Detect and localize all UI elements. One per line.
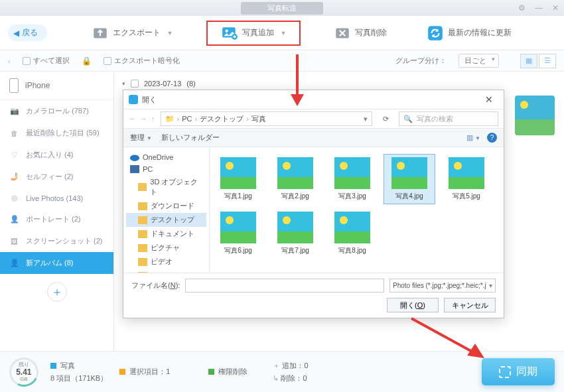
refresh-icon bbox=[427, 25, 444, 42]
dialog-close-button[interactable]: ✕ bbox=[480, 94, 498, 105]
path-breadcrumb[interactable]: 📁 › PC› デスクトップ› 写真 ▾ bbox=[161, 111, 373, 126]
collapse-icon[interactable]: ▾ bbox=[122, 80, 125, 87]
file-grid: 写真1.jpg写真2.jpg写真3.jpg写真4.jpg写真5.jpg写真6.j… bbox=[210, 147, 504, 273]
del-count: 削除：0 bbox=[281, 374, 307, 382]
search-icon: 🔍 bbox=[403, 115, 413, 123]
open-button[interactable]: 開く(O) bbox=[387, 298, 439, 312]
selection-count: 選択項目：1 bbox=[129, 367, 170, 377]
select-all-checkbox[interactable]: すべて選択 bbox=[23, 56, 70, 66]
nav-label: お気に入り (4) bbox=[26, 150, 74, 160]
svg-marker-7 bbox=[291, 94, 304, 106]
file-item[interactable]: 写真3.jpg bbox=[326, 154, 378, 204]
tree-item[interactable]: デスクトップ bbox=[126, 213, 206, 227]
sidebar-item[interactable]: ♡お気に入り (4) bbox=[0, 144, 113, 166]
add-album-button[interactable]: ＋ bbox=[47, 282, 67, 302]
tree-label: ダウンロード bbox=[151, 201, 194, 211]
delete-photo-button[interactable]: 写真削除 bbox=[327, 21, 393, 46]
nav-icon: 🖼 bbox=[9, 237, 19, 245]
group-select[interactable]: 日ごと bbox=[458, 54, 499, 68]
file-item[interactable]: 写真1.jpg bbox=[212, 154, 264, 204]
file-item[interactable]: 写真8.jpg bbox=[326, 208, 378, 259]
window-title: 写真転送 bbox=[241, 2, 323, 15]
svg-line-8 bbox=[411, 318, 474, 353]
file-type-filter[interactable]: Photo files (*.jpg;*.jpeg;*.heic;*.j bbox=[389, 279, 496, 293]
group-value: 日ごと bbox=[464, 56, 486, 64]
sync-button[interactable]: 同期 bbox=[482, 358, 555, 385]
sidebar-item[interactable]: 🗑最近削除した項目 (59) bbox=[0, 122, 113, 144]
export-button[interactable]: エクスポート ▼ bbox=[85, 21, 180, 46]
device-name: iPhone bbox=[25, 81, 50, 90]
close-icon[interactable]: ✕ bbox=[552, 3, 559, 13]
help-icon[interactable]: ? bbox=[487, 133, 497, 143]
chevron-left-icon: ◀ bbox=[13, 29, 19, 38]
fld-icon bbox=[138, 202, 147, 210]
file-item[interactable]: 写真5.jpg bbox=[441, 154, 492, 204]
filename-label: ファイル名(N): bbox=[131, 281, 180, 291]
tree-item[interactable]: ビデオ bbox=[126, 255, 206, 269]
nav-up-icon[interactable]: ↑ bbox=[151, 115, 155, 123]
dialog-search-input[interactable]: 🔍 写真の検索 bbox=[399, 111, 498, 126]
tree-item[interactable]: ダウンロード bbox=[126, 199, 206, 213]
nav-icon: 📷 bbox=[9, 107, 19, 115]
refresh-label: 最新の情報に更新 bbox=[448, 27, 512, 38]
main-toolbar: ◀ 戻る エクスポート ▼ 写真追加 ▼ 写真削除 最新の情報に更新 bbox=[0, 16, 564, 50]
cancel-button[interactable]: キャンセル bbox=[444, 298, 496, 312]
file-item[interactable]: 写真6.jpg bbox=[212, 208, 264, 259]
encrypt-checkbox[interactable]: エクスポート暗号化 bbox=[104, 56, 180, 66]
folder-icon: 📁 bbox=[165, 115, 175, 123]
photo-thumbnail[interactable] bbox=[515, 96, 555, 135]
tree-item[interactable]: ドキュメント bbox=[126, 227, 206, 241]
file-open-dialog: 開く ✕ ← → ↑ 📁 › PC› デスクトップ› 写真 ▾ ⟳ 🔍 写真の検… bbox=[123, 90, 504, 318]
nav-icon: 👤 bbox=[9, 215, 19, 224]
nav-back-icon[interactable]: ← bbox=[129, 115, 136, 123]
sidebar-item[interactable]: 🤳セルフィー (2) bbox=[0, 166, 113, 188]
path-refresh-icon[interactable]: ⟳ bbox=[378, 115, 393, 123]
grid-view-button[interactable]: ▦ bbox=[520, 54, 537, 68]
device-row[interactable]: iPhone bbox=[0, 72, 113, 100]
refresh-button[interactable]: 最新の情報に更新 bbox=[420, 21, 518, 46]
sidebar-item[interactable]: ◎Live Photos (143) bbox=[0, 188, 113, 208]
sidebar-item[interactable]: 👤ポートレート (2) bbox=[0, 208, 113, 230]
file-name: 写真6.jpg bbox=[214, 246, 262, 255]
nav-icon: ◎ bbox=[9, 194, 19, 202]
date-checkbox[interactable] bbox=[131, 80, 139, 88]
nav-icon: 🤳 bbox=[9, 172, 19, 181]
back-button[interactable]: ◀ 戻る bbox=[8, 25, 47, 41]
add-label: 写真追加 bbox=[242, 27, 274, 38]
file-name: 写真4.jpg bbox=[386, 192, 433, 201]
pc-icon bbox=[130, 165, 139, 173]
sidebar-item[interactable]: 👤新アルバム (8) bbox=[0, 252, 113, 274]
tree-item[interactable]: OneDrive bbox=[126, 151, 206, 163]
file-item[interactable]: 写真4.jpg bbox=[384, 154, 435, 204]
list-view-button[interactable]: ☰ bbox=[539, 54, 556, 68]
nav-fwd-icon[interactable]: → bbox=[140, 115, 147, 123]
file-item[interactable]: 写真7.jpg bbox=[269, 208, 321, 259]
file-name: 写真8.jpg bbox=[328, 246, 376, 255]
phone-icon bbox=[9, 78, 19, 93]
minimize-icon[interactable]: — bbox=[535, 3, 543, 13]
nav-label: Live Photos (143) bbox=[26, 194, 83, 202]
file-name: 写真1.jpg bbox=[214, 192, 262, 201]
file-name: 写真5.jpg bbox=[443, 192, 490, 201]
settings-icon[interactable]: ⚙ bbox=[518, 3, 526, 13]
nav-label: セルフィー (2) bbox=[26, 172, 74, 182]
date-label: 2023-07-13 bbox=[144, 80, 181, 88]
sync-icon bbox=[499, 366, 511, 378]
filename-input[interactable] bbox=[185, 279, 384, 293]
annotation-arrow bbox=[411, 318, 491, 367]
file-item[interactable]: 写真2.jpg bbox=[269, 154, 321, 204]
sidebar-item[interactable]: 🖼スクリーンショット (2) bbox=[0, 230, 113, 252]
tree-item[interactable]: ピクチャ bbox=[126, 241, 206, 255]
organize-menu[interactable]: 整理 ▼ bbox=[130, 133, 152, 143]
sidebar-item[interactable]: 📷カメラロール (787) bbox=[0, 100, 113, 122]
add-photo-button[interactable]: 写真追加 ▼ bbox=[206, 21, 301, 46]
tree-label: PC bbox=[143, 165, 153, 173]
tree-item[interactable]: PC bbox=[126, 163, 206, 175]
add-photo-icon bbox=[221, 25, 238, 42]
nav-label: カメラロール (787) bbox=[26, 106, 89, 116]
date-count: (8) bbox=[186, 80, 195, 88]
tree-item[interactable]: 3D オブジェクト bbox=[126, 175, 206, 199]
view-mode-icon[interactable]: ▥ ▼ bbox=[466, 133, 480, 142]
new-folder-button[interactable]: 新しいフォルダー bbox=[161, 133, 220, 143]
chevron-left-icon[interactable]: ‹ bbox=[8, 57, 11, 65]
